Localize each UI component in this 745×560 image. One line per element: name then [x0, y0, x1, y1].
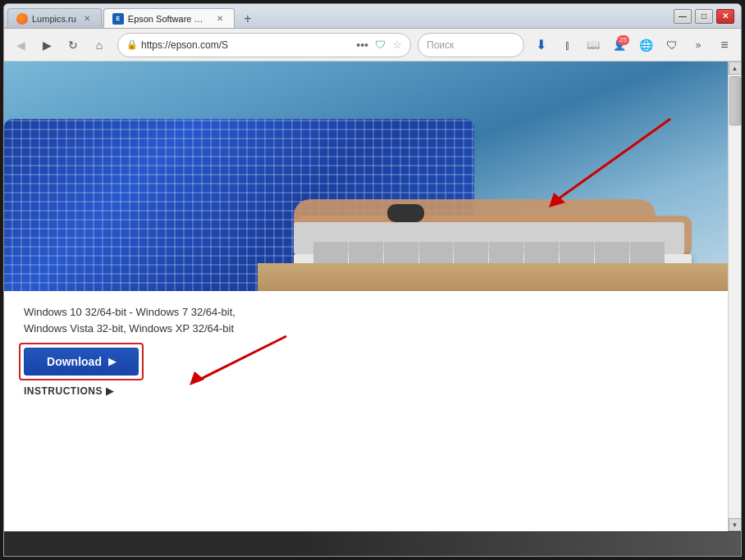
tab-epson-label: Epson Software Updater | Epson: [128, 14, 209, 24]
tab-epson-close[interactable]: ✕: [214, 13, 226, 25]
instructions-link[interactable]: INSTRUCTIONS ▶: [24, 385, 708, 397]
minimize-button[interactable]: —: [674, 9, 692, 24]
download-manager-icon[interactable]: ⬇: [529, 34, 552, 57]
sidebar-icon[interactable]: 📖: [582, 34, 605, 57]
browser-window: Lumpics.ru ✕ E Epson Software Updater | …: [3, 3, 742, 557]
scrollbar-down-button[interactable]: ▼: [729, 518, 742, 531]
tab-lumpics[interactable]: Lumpics.ru ✕: [7, 8, 102, 28]
tabs-area: Lumpics.ru ✕ E Epson Software Updater | …: [4, 4, 667, 28]
download-arrow-icon: ▶: [108, 356, 116, 367]
shield-icon[interactable]: 🛡: [375, 39, 386, 51]
reload-button[interactable]: ↻: [62, 34, 85, 57]
instructions-arrow-icon: ▶: [106, 385, 114, 397]
back-button[interactable]: ◀: [9, 34, 32, 57]
laptop-keyboard-visual: [294, 222, 684, 254]
tab-epson[interactable]: E Epson Software Updater | Epson ✕: [103, 8, 235, 28]
nav-icons: ⬇ ⫿ 📖 👤 25 🌐 🛡 » ≡: [529, 34, 736, 57]
lumpics-favicon: [16, 13, 28, 25]
user-icon[interactable]: 👤 25: [608, 34, 631, 57]
window-controls: — □ ✕: [667, 4, 741, 28]
title-bar: Lumpics.ru ✕ E Epson Software Updater | …: [4, 4, 741, 29]
lock-icon: 🔒: [126, 39, 138, 50]
bottom-strip: [4, 531, 741, 556]
content-area: Windows 10 32/64-bit - Windows 7 32/64-b…: [4, 61, 741, 531]
person-background: [4, 61, 728, 291]
svg-line-0: [555, 119, 670, 201]
annotation-arrow-image: [506, 111, 687, 217]
navigation-bar: ◀ ▶ ↻ ⌂ 🔒 https://epson.com/S ••• 🛡 ☆ По…: [4, 29, 741, 61]
page-content: Windows 10 32/64-bit - Windows 7 32/64-b…: [4, 61, 728, 531]
scrollbar: ▲ ▼: [728, 61, 741, 531]
address-text: https://epson.com/S: [141, 39, 353, 51]
search-bar[interactable]: Поиск: [418, 33, 524, 57]
more-tools-icon[interactable]: »: [687, 34, 710, 57]
desk-visual: [258, 263, 728, 291]
tab-lumpics-close[interactable]: ✕: [81, 13, 93, 25]
forward-button[interactable]: ▶: [35, 34, 58, 57]
library-icon[interactable]: ⫿: [555, 34, 578, 57]
tab-lumpics-label: Lumpics.ru: [32, 14, 76, 24]
notification-badge: 25: [617, 35, 629, 45]
hero-image: [4, 61, 728, 291]
download-button-container: Download ▶: [24, 348, 139, 376]
download-button[interactable]: Download ▶: [24, 348, 139, 376]
bookmark-star-icon[interactable]: ☆: [392, 39, 402, 51]
close-button[interactable]: ✕: [716, 9, 734, 24]
globe-icon[interactable]: 🌐: [634, 34, 657, 57]
bracelet-visual: [387, 204, 423, 222]
security-shield-icon[interactable]: 🛡: [660, 34, 683, 57]
svg-marker-3: [190, 371, 204, 385]
address-bar[interactable]: 🔒 https://epson.com/S ••• 🛡 ☆: [117, 33, 411, 57]
maximize-button[interactable]: □: [695, 9, 713, 24]
epson-favicon: E: [112, 13, 124, 25]
scrollbar-up-button[interactable]: ▲: [729, 61, 742, 75]
search-placeholder: Поиск: [427, 39, 515, 51]
new-tab-button[interactable]: +: [238, 10, 258, 28]
svg-line-2: [196, 336, 286, 381]
scrollbar-thumb[interactable]: [729, 76, 741, 125]
annotation-arrow-button: [188, 332, 295, 389]
address-menu-icon[interactable]: •••: [356, 39, 368, 52]
menu-icon[interactable]: ≡: [713, 34, 736, 57]
home-button[interactable]: ⌂: [88, 34, 111, 57]
os-compatibility-text: Windows 10 32/64-bit - Windows 7 32/64-b…: [24, 304, 708, 336]
page-text-section: Windows 10 32/64-bit - Windows 7 32/64-b…: [4, 291, 728, 405]
